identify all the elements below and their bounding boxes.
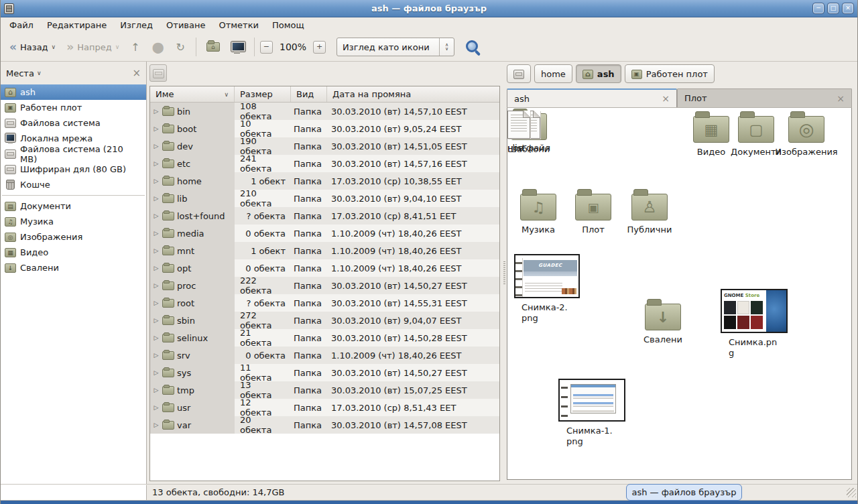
sidebar-place-item[interactable]: Изображения	[1, 229, 146, 245]
show-places-button[interactable]	[149, 64, 167, 82]
tab-plot[interactable]: Плот ×	[677, 88, 852, 107]
table-row[interactable]: ▷ lost+found ? обекта Папка 17.03.2010 (…	[150, 207, 499, 225]
table-row[interactable]: ▷ dev 190 обекта Папка 30.03.2010 (вт) 1…	[150, 137, 499, 155]
menu-item[interactable]: Редактиране	[41, 19, 113, 32]
close-button[interactable]: ✕	[842, 3, 854, 14]
table-row[interactable]: ▷ bin 108 обекта Папка 30.03.2010 (вт) 1…	[150, 103, 499, 120]
sidebar-place-item[interactable]: Файлова система (210 MB)	[1, 146, 146, 162]
column-header-name[interactable]: Име ∨	[150, 86, 235, 102]
expander-icon[interactable]: ▷	[153, 230, 160, 237]
expander-icon[interactable]: ▷	[153, 143, 160, 149]
expander-icon[interactable]: ▷	[153, 108, 160, 115]
expander-icon[interactable]: ▷	[153, 195, 160, 202]
expander-icon[interactable]: ▷	[153, 352, 160, 359]
sidebar-place-item[interactable]: Кошче	[1, 177, 146, 192]
icon-view-item[interactable]: Свалени	[639, 298, 687, 345]
expander-icon[interactable]: ▷	[153, 317, 160, 324]
table-row[interactable]: ▷ opt 0 обекта Папка 1.10.2009 (чт) 18,4…	[150, 259, 499, 277]
table-row[interactable]: ▷ mnt 1 обект Папка 1.10.2009 (чт) 18,40…	[150, 242, 499, 259]
search-button[interactable]	[464, 38, 481, 56]
icon-view-item[interactable]: GUADEC Снимка-2.png	[514, 254, 580, 324]
path-desktop-button[interactable]: Работен плот	[625, 64, 715, 83]
expander-icon[interactable]: ▷	[153, 404, 160, 411]
menu-item[interactable]: Файл	[3, 19, 40, 32]
path-root-button[interactable]	[507, 64, 531, 83]
expander-icon[interactable]: ▷	[153, 247, 160, 254]
icon-view-item[interactable]: Публични	[623, 188, 676, 235]
expander-icon[interactable]: ▷	[153, 178, 160, 184]
menu-item[interactable]: Помощ	[266, 19, 310, 32]
zoom-in-button[interactable]: +	[313, 41, 326, 54]
sidebar-place-item[interactable]: ash	[1, 84, 146, 100]
menu-item[interactable]: Отметки	[212, 19, 264, 32]
path-home-button[interactable]: home	[534, 64, 572, 83]
up-button[interactable]: ↑	[125, 38, 145, 56]
back-history-caret-icon[interactable]: ∨	[52, 44, 56, 50]
icon-view-item[interactable]: GNOME Store Снимка.png	[721, 289, 788, 359]
sidebar-place-item[interactable]: Музика	[1, 214, 146, 229]
combo-spinner-icon[interactable]: ∧∨	[439, 38, 454, 56]
path-ash-button[interactable]: ash	[576, 64, 621, 83]
icon-view-item[interactable]: Изображения	[780, 111, 833, 158]
expander-icon[interactable]: ▷	[153, 334, 160, 341]
icon-view-item[interactable]: list	[507, 108, 530, 153]
table-row[interactable]: ▷ lib 210 обекта Папка 30.03.2010 (вт) 9…	[150, 190, 499, 207]
maximize-button[interactable]: □	[827, 3, 839, 14]
back-button[interactable]: « Назад ∨	[5, 39, 60, 56]
column-header-size[interactable]: Размер	[235, 86, 291, 102]
sidebar-mode-caret-icon[interactable]: ∨	[37, 70, 42, 76]
sidebar-place-item[interactable]: Файлова система	[1, 115, 146, 131]
menu-item[interactable]: Отиване	[160, 19, 211, 32]
column-header-date[interactable]: Дата на промяна	[327, 86, 499, 102]
table-row[interactable]: ▷ etc 241 обекта Папка 30.03.2010 (вт) 1…	[150, 155, 499, 172]
menu-item[interactable]: Изглед	[114, 19, 159, 32]
table-row[interactable]: ▷ selinux 21 обекта Папка 30.03.2010 (вт…	[150, 329, 499, 346]
table-row[interactable]: ▷ sys 11 обекта Папка 30.03.2010 (вт) 14…	[150, 364, 499, 381]
expander-icon[interactable]: ▷	[153, 212, 160, 219]
icon-view-item[interactable]: Видео	[687, 111, 735, 158]
sidebar-place-item[interactable]: Видео	[1, 245, 146, 260]
expander-icon[interactable]: ▷	[153, 265, 160, 271]
home-button[interactable]: ⌂	[202, 39, 225, 55]
taskbar-window-button[interactable]: ash — файлов браузър	[626, 484, 742, 501]
computer-button[interactable]	[226, 38, 249, 56]
sidebar-place-item[interactable]: Документи	[1, 198, 146, 214]
view-mode-select[interactable]: Изглед като икони ∧∨	[336, 38, 454, 56]
expander-icon[interactable]: ▷	[153, 300, 160, 306]
table-row[interactable]: ▷ boot 10 обекта Папка 30.03.2010 (вт) 9…	[150, 120, 499, 137]
sidebar-place-item[interactable]: Свалени	[1, 260, 146, 275]
reload-button[interactable]: ↻	[171, 38, 190, 56]
tab-close-icon[interactable]: ×	[837, 93, 845, 104]
table-row[interactable]: ▷ media 0 обекта Папка 1.10.2009 (чт) 18…	[150, 225, 499, 242]
forward-button[interactable]: » Напред ∨	[62, 39, 124, 56]
table-row[interactable]: ▷ proc 222 обекта Папка 30.03.2010 (вт) …	[150, 277, 499, 294]
expander-icon[interactable]: ▷	[153, 422, 160, 428]
table-row[interactable]: ▷ var 20 обекта Папка 30.03.2010 (вт) 14…	[150, 416, 499, 434]
table-row[interactable]: ▷ root ? обекта Папка 30.03.2010 (вт) 14…	[150, 294, 499, 312]
stop-button[interactable]: ⬤	[147, 38, 170, 56]
expander-icon[interactable]: ▷	[153, 387, 160, 393]
column-header-type[interactable]: Вид	[291, 86, 327, 102]
sidebar-place-item[interactable]: Работен плот	[1, 100, 146, 115]
tab-close-icon[interactable]: ×	[662, 93, 670, 104]
icon-view-item[interactable]: Документи	[735, 111, 777, 158]
sidebar-close-icon[interactable]: ×	[132, 68, 141, 78]
tab-ash[interactable]: ash ×	[507, 88, 677, 107]
minimize-button[interactable]: ─	[812, 3, 824, 14]
icon-view-item[interactable]: Снимка-1.png	[558, 379, 625, 447]
expander-icon[interactable]: ▷	[153, 160, 160, 167]
resize-grip[interactable]	[847, 488, 856, 497]
icon-view-canvas[interactable]: GUADEC Снимка-2.png GNOME Store Снимка.p…	[507, 108, 852, 480]
expander-icon[interactable]: ▷	[153, 282, 160, 289]
table-row[interactable]: ▷ usr 12 обекта Папка 17.03.2010 (ср) 8,…	[150, 399, 499, 416]
pane-splitter[interactable]	[502, 62, 507, 484]
zoom-out-button[interactable]: −	[260, 41, 273, 54]
table-row[interactable]: ▷ srv 0 обекта Папка 1.10.2009 (чт) 18,4…	[150, 346, 499, 364]
table-row[interactable]: ▷ home 1 обект Папка 17.03.2010 (ср) 10,…	[150, 172, 499, 190]
icon-view-item[interactable]: Плот	[566, 188, 620, 235]
expander-icon[interactable]: ▷	[153, 125, 160, 132]
expander-icon[interactable]: ▷	[153, 369, 160, 376]
sidebar-place-item[interactable]: Шифриран дял (80 GB)	[1, 162, 146, 177]
table-row[interactable]: ▷ tmp 13 обекта Папка 30.03.2010 (вт) 15…	[150, 381, 499, 399]
icon-view-item[interactable]: Музика	[513, 188, 564, 235]
